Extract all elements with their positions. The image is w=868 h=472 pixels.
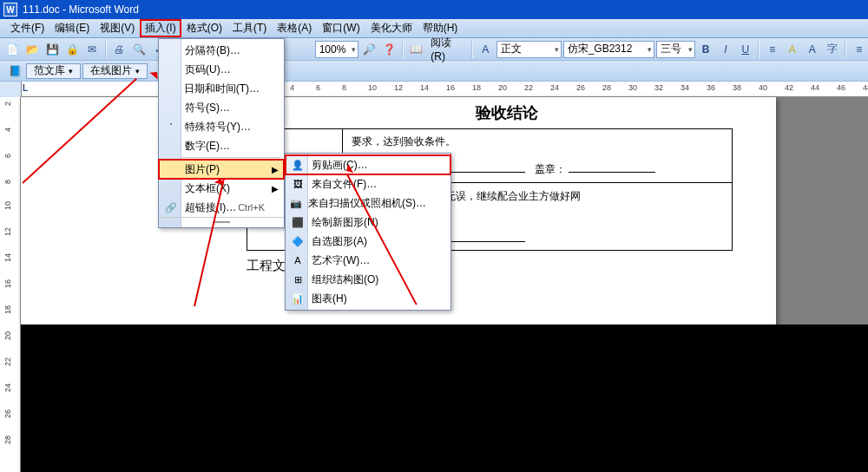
menu-item-icon: ⬛ (289, 214, 306, 230)
insert-item-2[interactable]: 日期和时间(T)… (159, 79, 284, 98)
open-icon[interactable]: 📂 (23, 40, 42, 59)
zoom-dropdown[interactable]: 100% (315, 41, 359, 58)
menu-item-label: 图表(H) (312, 292, 347, 306)
vruler-tick: 20 (3, 331, 12, 340)
read-label[interactable]: 阅读(R) (427, 36, 468, 62)
ruler-tick: 20 (498, 83, 507, 92)
menu-item-label: 来自文件(F)… (312, 177, 377, 192)
help-icon[interactable]: ❓ (380, 40, 398, 59)
underline-button[interactable]: U (736, 40, 754, 59)
new-doc-icon[interactable]: 📄 (3, 40, 22, 59)
vruler-tick: 8 (3, 180, 12, 184)
ruler-corner: L (23, 83, 28, 93)
insert-item-1[interactable]: 页码(U)… (159, 60, 284, 79)
insert-item-4[interactable]: ’特殊符号(Y)… (159, 117, 284, 136)
align-dist-icon[interactable]: ≡ (763, 40, 781, 59)
annotation-arrowhead-2 (214, 173, 227, 185)
picture-item-6[interactable]: ⊞组织结构图(O) (286, 270, 450, 289)
font-dropdown[interactable]: 仿宋_GB2312 (563, 41, 654, 58)
menu-shortcut: Ctrl+K (238, 202, 265, 213)
picture-item-2[interactable]: 📷来自扫描仪或照相机(S)… (286, 193, 450, 213)
page-background-fill (21, 324, 868, 472)
menu-item-icon: 👤 (289, 157, 306, 173)
italic-button[interactable]: I (716, 40, 734, 59)
ruler-tick: 22 (524, 83, 533, 92)
ruler-tick: 10 (368, 83, 377, 92)
menu-item-icon: 📷 (289, 195, 303, 211)
picture-submenu: 👤剪贴画(C)…🖼来自文件(F)…📷来自扫描仪或照相机(S)…⬛绘制新图形(N)… (285, 153, 451, 311)
ruler-tick: 42 (785, 83, 793, 92)
separator (758, 41, 760, 58)
menu-item-icon: 🖼 (289, 176, 306, 192)
submenu-arrow-icon: ▶ (272, 165, 279, 174)
vruler-tick: 2 (3, 102, 12, 106)
ruler-tick: 38 (733, 83, 741, 92)
menu-item-label: 超链接(I)… (185, 200, 236, 215)
menu-item-label: 艺术字(W)… (312, 253, 370, 268)
menu-format[interactable]: 格式(O) (181, 19, 227, 37)
separator (105, 41, 107, 58)
highlight-icon[interactable]: A (783, 40, 801, 59)
picture-item-4[interactable]: 🔷自选图形(A) (286, 232, 450, 251)
vertical-ruler[interactable]: 246810121416182022242628 (0, 97, 21, 472)
zoom-tool-icon[interactable]: 🔎 (360, 40, 378, 59)
menu-edit[interactable]: 编辑(E) (49, 19, 95, 37)
style-a-icon[interactable]: A (477, 40, 495, 59)
picture-item-7[interactable]: 📊图表(H) (286, 289, 450, 308)
picture-item-1[interactable]: 🖼来自文件(F)… (286, 174, 450, 193)
permissions-icon[interactable]: 🔒 (63, 40, 82, 59)
insert-item-5[interactable]: 数字(E)… (159, 136, 284, 155)
fontsize-dropdown[interactable]: 三号 (656, 41, 695, 58)
read-icon[interactable]: 📖 (407, 40, 425, 59)
separator (845, 41, 846, 58)
online-image-button[interactable]: 在线图片 (82, 63, 148, 79)
menu-item-label: 符号(S)… (185, 101, 230, 115)
picture-item-0[interactable]: 👤剪贴画(C)… (286, 155, 450, 174)
ruler-tick: 44 (811, 83, 819, 92)
menu-window[interactable]: 窗口(W) (317, 19, 365, 37)
vruler-tick: 24 (3, 384, 12, 392)
style-dropdown[interactable]: 正文 (496, 41, 562, 58)
insert-item-3[interactable]: 符号(S)… (159, 98, 284, 117)
ruler-tick: 40 (759, 83, 767, 92)
menu-file[interactable]: 文件(F) (5, 19, 49, 37)
bold-button[interactable]: B (697, 40, 715, 59)
picture-item-5[interactable]: A艺术字(W)… (286, 251, 450, 270)
mail-icon[interactable]: ✉ (83, 40, 102, 59)
vruler-tick: 18 (3, 305, 12, 314)
asianlayout-icon[interactable]: 字 (823, 40, 841, 59)
fanwenku-button[interactable]: 范文库 (26, 63, 81, 79)
menu-beautify[interactable]: 美化大师 (365, 19, 418, 37)
menu-tools[interactable]: 工具(T) (227, 19, 272, 37)
doclib-icon[interactable]: 📘 (5, 62, 24, 81)
ruler-tick: 26 (576, 83, 585, 92)
menu-item-icon: ⊞ (289, 272, 306, 287)
ruler-tick: 28 (602, 83, 611, 92)
print-icon[interactable]: 🖨 (110, 40, 128, 59)
save-icon[interactable]: 💾 (43, 40, 62, 59)
align-left-icon[interactable]: ≡ (850, 40, 868, 59)
menu-item-icon (162, 62, 180, 77)
ruler-tick: 6 (316, 83, 320, 92)
standard-toolbar: 📄 📂 💾 🔒 ✉ 🖨 🔍 ✓ ¶ 100% 🔎 ❓ 📖 阅读(R) A 正文 … (0, 38, 868, 61)
insert-item-8[interactable]: 🔗超链接(I)…Ctrl+K (159, 198, 284, 217)
ruler-tick: 48 (863, 83, 868, 92)
menu-item-label: 分隔符(B)… (185, 43, 240, 58)
horizontal-ruler[interactable]: L 24681012141618202224262830323436384042… (21, 82, 868, 97)
menu-expand-grip[interactable] (159, 217, 284, 226)
font-value: 仿宋_GB2312 (568, 42, 633, 56)
menu-help[interactable]: 帮助(H) (418, 19, 464, 37)
vruler-tick: 26 (3, 410, 12, 418)
preview-icon[interactable]: 🔍 (130, 40, 148, 59)
charshade-icon[interactable]: A (803, 40, 821, 59)
menu-insert[interactable]: 插入(I) (140, 19, 181, 37)
menu-item-icon (162, 138, 180, 154)
doc-heading: 验收结论 (247, 102, 767, 123)
menu-table[interactable]: 表格(A) (272, 19, 317, 37)
insert-item-0[interactable]: 分隔符(B)… (159, 41, 284, 60)
menu-view[interactable]: 视图(V) (95, 19, 140, 37)
vruler-tick: 28 (3, 436, 12, 444)
menu-item-label: 自选图形(A) (312, 234, 367, 249)
ruler-tick: 12 (394, 83, 403, 92)
ruler-tick: 18 (472, 83, 481, 92)
